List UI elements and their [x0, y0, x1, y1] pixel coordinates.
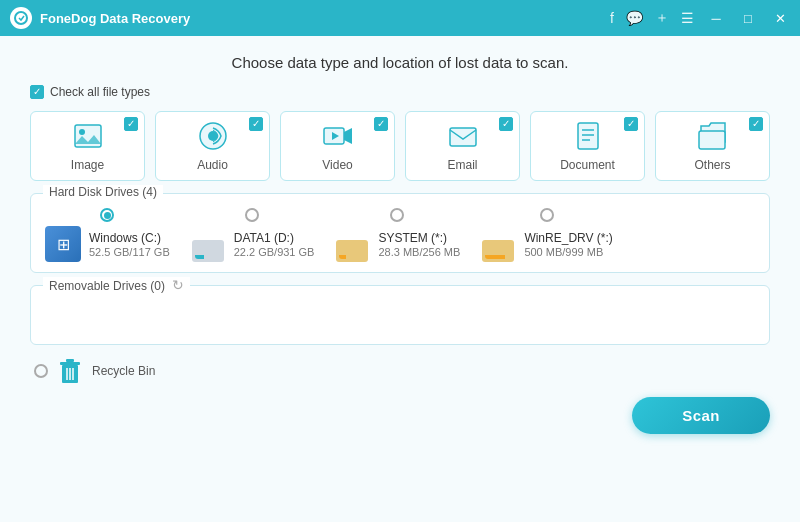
drive-radio-c[interactable]	[100, 208, 114, 222]
email-icon	[447, 120, 479, 152]
svg-rect-9	[578, 123, 598, 149]
video-checkbox[interactable]	[374, 117, 388, 131]
titlebar: FoneDog Data Recovery f 💬 ＋ ☰ ─ □ ✕	[0, 0, 800, 36]
facebook-icon[interactable]: f	[610, 10, 614, 26]
video-icon	[322, 120, 354, 152]
drive-d-size: 22.2 GB/931 GB	[234, 246, 315, 258]
svg-point-2	[79, 129, 85, 135]
removable-section: Removable Drives (0) ↻	[30, 285, 770, 345]
audio-label: Audio	[197, 158, 228, 172]
main-content: Choose data type and location of lost da…	[0, 36, 800, 522]
drive-system-size: 28.3 MB/256 MB	[378, 246, 460, 258]
recycle-bin-icon	[56, 357, 84, 385]
windows-drive-icon	[45, 226, 81, 262]
hard-disk-title: Hard Disk Drives (4)	[43, 185, 163, 199]
drive-c-info: Windows (C:) 52.5 GB/117 GB	[89, 231, 170, 258]
drive-winre-size: 500 MB/999 MB	[524, 246, 612, 258]
menu-icon[interactable]: ☰	[681, 10, 694, 26]
drive-winre-info: WinRE_DRV (*:) 500 MB/999 MB	[524, 231, 612, 258]
svg-rect-8	[450, 128, 476, 146]
drive-d-name: DATA1 (D:)	[234, 231, 315, 245]
refresh-icon[interactable]: ↻	[172, 277, 184, 293]
drive-winre-name: WinRE_DRV (*:)	[524, 231, 612, 245]
video-label: Video	[322, 158, 352, 172]
page-heading: Choose data type and location of lost da…	[30, 54, 770, 71]
bottom-bar: Scan	[30, 397, 770, 438]
svg-rect-15	[60, 362, 80, 365]
drive-winre-inner: WinRE_DRV (*:) 500 MB/999 MB	[480, 226, 612, 262]
drive-radio-system[interactable]	[390, 208, 404, 222]
file-type-card-audio[interactable]: Audio	[155, 111, 270, 181]
drive-item-winre[interactable]: WinRE_DRV (*:) 500 MB/999 MB	[480, 208, 612, 262]
drive-progress-d	[195, 255, 205, 259]
svg-marker-6	[344, 128, 352, 144]
removable-title: Removable Drives (0) ↻	[43, 277, 190, 293]
drive-item-c[interactable]: Windows (C:) 52.5 GB/117 GB	[45, 208, 170, 262]
drive-radio-winre[interactable]	[540, 208, 554, 222]
drive-c-size: 52.5 GB/117 GB	[89, 246, 170, 258]
drive-c-name: Windows (C:)	[89, 231, 170, 245]
document-label: Document	[560, 158, 615, 172]
svg-rect-16	[66, 359, 74, 362]
app-title: FoneDog Data Recovery	[40, 11, 610, 26]
drive-body-system	[336, 240, 368, 262]
minimize-button[interactable]: ─	[706, 11, 726, 26]
drive-body-d	[192, 240, 224, 262]
scan-button[interactable]: Scan	[632, 397, 770, 434]
others-icon	[697, 120, 729, 152]
drive-item-system[interactable]: SYSTEM (*:) 28.3 MB/256 MB	[334, 208, 460, 262]
drive-radio-d[interactable]	[245, 208, 259, 222]
recycle-row: Recycle Bin	[30, 357, 770, 385]
winre-drive-icon	[480, 226, 516, 262]
file-type-card-document[interactable]: Document	[530, 111, 645, 181]
file-type-card-others[interactable]: Others	[655, 111, 770, 181]
drive-c-inner: Windows (C:) 52.5 GB/117 GB	[45, 226, 170, 262]
drive-d-info: DATA1 (D:) 22.2 GB/931 GB	[234, 231, 315, 258]
system-drive-icon	[334, 226, 370, 262]
file-type-card-image[interactable]: Image	[30, 111, 145, 181]
drive-system-inner: SYSTEM (*:) 28.3 MB/256 MB	[334, 226, 460, 262]
close-button[interactable]: ✕	[770, 11, 790, 26]
file-types-row: Image Audio	[30, 111, 770, 181]
svg-point-0	[15, 12, 27, 24]
check-all-checkbox[interactable]	[30, 85, 44, 99]
drive-d-inner: DATA1 (D:) 22.2 GB/931 GB	[190, 226, 315, 262]
svg-rect-13	[699, 131, 725, 149]
chat-icon[interactable]: 💬	[626, 10, 643, 26]
document-checkbox[interactable]	[624, 117, 638, 131]
titlebar-actions: f 💬 ＋ ☰ ─ □ ✕	[610, 9, 790, 27]
image-checkbox[interactable]	[124, 117, 138, 131]
recycle-radio[interactable]	[34, 364, 48, 378]
drive-item-d[interactable]: DATA1 (D:) 22.2 GB/931 GB	[190, 208, 315, 262]
removable-title-text: Removable Drives (0)	[49, 279, 165, 293]
image-label: Image	[71, 158, 104, 172]
drive-progress-winre	[485, 255, 504, 259]
others-checkbox[interactable]	[749, 117, 763, 131]
image-icon	[72, 120, 104, 152]
drives-row: Windows (C:) 52.5 GB/117 GB DATA1 (D:)	[45, 204, 755, 262]
plus-icon[interactable]: ＋	[655, 9, 669, 27]
email-checkbox[interactable]	[499, 117, 513, 131]
gray-drive-icon	[190, 226, 226, 262]
hard-disk-section: Hard Disk Drives (4) Windows (C:) 52.5 G…	[30, 193, 770, 273]
others-label: Others	[694, 158, 730, 172]
drive-system-info: SYSTEM (*:) 28.3 MB/256 MB	[378, 231, 460, 258]
audio-icon	[197, 120, 229, 152]
drive-system-name: SYSTEM (*:)	[378, 231, 460, 245]
recycle-bin-label: Recycle Bin	[92, 364, 155, 378]
file-type-card-email[interactable]: Email	[405, 111, 520, 181]
check-all-label: Check all file types	[50, 85, 150, 99]
drive-body-winre	[482, 240, 514, 262]
app-logo	[10, 7, 32, 29]
drive-progress-system	[339, 255, 345, 259]
file-type-card-video[interactable]: Video	[280, 111, 395, 181]
audio-checkbox[interactable]	[249, 117, 263, 131]
email-label: Email	[447, 158, 477, 172]
maximize-button[interactable]: □	[738, 11, 758, 26]
check-all-row: Check all file types	[30, 85, 770, 99]
document-icon	[572, 120, 604, 152]
